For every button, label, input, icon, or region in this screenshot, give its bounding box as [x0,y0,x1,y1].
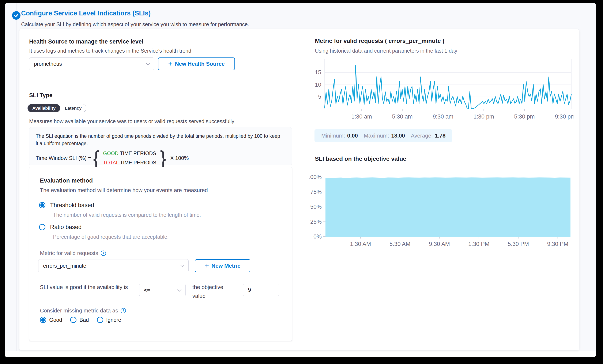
bad-label: Bad [80,317,89,323]
metric-preview-subheading: Using historical data and current parame… [315,48,457,54]
brace-left: { [93,150,99,167]
health-source-description: It uses logs and metrics to track change… [29,48,191,54]
info-icon[interactable] [121,308,126,313]
chevron-down-icon [146,61,150,65]
brace-right: } [160,150,166,167]
equation-suffix: X 100% [170,155,189,161]
valid-requests-metric-value: errors_per_minute [43,263,86,269]
missing-data-option-ignore[interactable]: Ignore [97,317,121,323]
objective-comparator-value: <= [144,287,150,293]
stepper-line [16,3,16,351]
sli-chart-heading: SLI based on the objective value [315,155,406,162]
sli-equation: Time Window SLI (%) = { GOOD TIME PERIOD… [36,150,285,167]
svg-text:9:30 pm: 9:30 pm [555,113,574,120]
new-metric-button[interactable]: + New Metric [195,259,250,272]
svg-text:5:30 pm: 5:30 pm [514,113,535,120]
sli-type-description: Measures how available your service was … [29,118,234,124]
good-label: Good [49,317,62,323]
metric-chart-svg[interactable]: 510151:30 am5:30 am9:30 am1:30 pm5:30 pm… [312,58,574,121]
ignore-label: Ignore [106,317,121,323]
page-footer-strip [5,351,596,357]
new-health-source-button[interactable]: + New Health Source [158,58,235,70]
svg-text:1:30 AM: 1:30 AM [350,241,371,247]
app-viewport: Configure Service Level Indicatiors (SLI… [5,3,596,357]
health-source-heading: Health Source to manage the service leve… [29,38,143,45]
threshold-description: The number of valid requests is compared… [53,212,201,218]
svg-text:0%: 0% [313,234,322,240]
threshold-radio[interactable] [39,202,46,208]
tab-availability[interactable]: Availability [28,104,60,112]
metric-preview-heading: Metric for valid requests ( errors_per_m… [315,38,444,44]
good-radio[interactable] [40,317,46,323]
new-metric-button-label: New Metric [211,263,240,269]
valid-requests-metric-select[interactable]: errors_per_minute [38,259,189,272]
svg-text:1:30 pm: 1:30 pm [474,113,494,120]
health-source-select[interactable]: prometheus [29,58,154,70]
ratio-based-option[interactable]: Ratio based [39,224,81,231]
info-icon[interactable] [101,251,106,256]
chevron-down-icon [177,288,181,291]
new-health-source-button-label: New Health Source [175,61,225,67]
sli-equation-description: The SLI equation is the number of good t… [36,132,281,147]
svg-text:5:30 PM: 5:30 PM [508,241,529,247]
equation-fraction: GOOD TIME PERIODS TOTAL TIME PERIODS [101,150,158,166]
missing-data-label: Consider missing metric data as [40,307,126,314]
chevron-down-icon [180,263,184,267]
objective-label-middle: the objective value [192,283,237,300]
bad-radio[interactable] [70,317,76,323]
equation-denominator: TOTAL TIME PERIODS [101,158,158,166]
equation-label: Time Window SLI (%) = [36,155,91,161]
stat-maximum: Maximum: 18.00 [364,132,405,139]
svg-text:1:30 PM: 1:30 PM [468,241,490,247]
svg-text:50%: 50% [310,204,322,210]
threshold-based-option[interactable]: Threshold based [39,202,94,209]
screenshot-root: { "header": { "title": "Configure Servic… [0,0,603,364]
ratio-label: Ratio based [50,224,81,231]
svg-text:25%: 25% [310,219,322,225]
equation-numerator: GOOD TIME PERIODS [101,150,158,158]
missing-data-option-bad[interactable]: Bad [70,317,89,323]
objective-label-prefix: SLI value is good if the availability is [40,283,139,292]
sli-type-toggle: Availability Latency [27,104,86,112]
stat-average: Average: 1.78 [411,132,445,139]
step-complete-check-icon [12,11,21,20]
threshold-label: Threshold based [50,202,94,209]
svg-text:10: 10 [315,82,321,88]
tab-latency[interactable]: Latency [60,104,86,112]
sli-type-heading: SLI Type [29,92,53,99]
valid-requests-metric-label: Metric for valid requests [40,250,106,257]
svg-text:9:30 am: 9:30 am [433,113,453,120]
metric-stats-bar: Minimum: 0.00 Maximum: 18.00 Average: 1.… [314,129,452,142]
missing-data-option-good[interactable]: Good [40,317,62,323]
svg-text:5: 5 [318,94,321,100]
svg-text:15: 15 [315,69,321,76]
sli-config-card: Health Source to manage the service leve… [19,29,579,351]
ratio-radio[interactable] [39,224,46,230]
svg-text:9:30 PM: 9:30 PM [547,241,568,247]
stat-minimum: Minimum: 0.00 [321,132,358,139]
sli-chart-svg[interactable]: 0%25%50%75%100%1:30 AM5:30 AM9:30 AM1:30… [309,174,573,248]
evaluation-method-card: Evaluation method The evaluation method … [29,167,292,341]
svg-text:1:30 am: 1:30 am [351,113,372,120]
page-title: Configure Service Level Indicatiors (SLI… [21,10,151,17]
evaluation-heading: Evaluation method [40,177,93,184]
page-subtitle: Calculate your SLI by defining which asp… [21,21,249,27]
svg-text:75%: 75% [310,189,322,195]
missing-data-options: Good Bad Ignore [40,317,121,323]
objective-value-input[interactable] [243,284,279,296]
svg-text:5:30 AM: 5:30 AM [389,241,410,247]
ignore-radio[interactable] [97,317,103,323]
panel-divider [304,33,304,346]
svg-text:5:30 am: 5:30 am [392,113,413,120]
health-source-selected-value: prometheus [34,61,62,67]
objective-comparator-select[interactable]: <= [139,284,186,296]
svg-text:100%: 100% [309,174,322,180]
svg-text:9:30 AM: 9:30 AM [429,241,450,247]
ratio-description: Percentage of good requests that are acc… [53,234,169,240]
evaluation-description: The evaluation method will determine how… [40,187,208,194]
sli-equation-box: The SLI equation is the number of good t… [29,127,292,165]
